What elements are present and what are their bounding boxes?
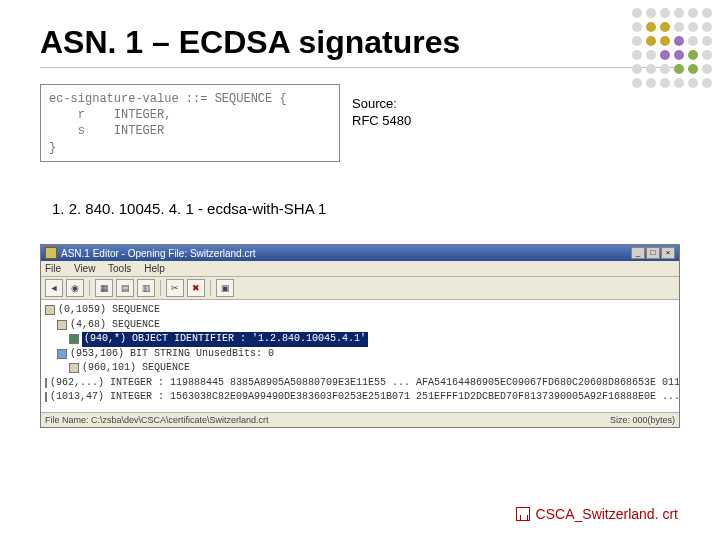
- menu-help[interactable]: Help: [144, 263, 165, 274]
- toolbar-button[interactable]: ✖: [187, 279, 205, 297]
- tree-row-selected[interactable]: (940,*) OBJECT IDENTIFIER : '1.2.840.100…: [45, 332, 675, 347]
- ornament-dot: [632, 36, 642, 46]
- source-value: RFC 5480: [352, 113, 411, 130]
- asn1-tree-view[interactable]: (0,1059) SEQUENCE (4,68) SEQUENCE (940,*…: [41, 300, 679, 412]
- ornament-dot: [674, 64, 684, 74]
- ornament-dot: [632, 64, 642, 74]
- tree-row[interactable]: (962,...) INTEGER : 119888445 8385A8905A…: [45, 376, 675, 391]
- footer-filename: CSCA_Switzerland. crt: [516, 506, 678, 522]
- tree-row[interactable]: (953,106) BIT STRING UnusedBits: 0: [45, 347, 675, 362]
- oid-icon: [69, 334, 79, 344]
- app-icon: [45, 247, 57, 259]
- asn-definition-box: ec-signature-value ::= SEQUENCE { r INTE…: [40, 84, 340, 162]
- ornament-dot: [674, 36, 684, 46]
- window-titlebar: ASN.1 Editor - Opening File: Switzerland…: [41, 245, 679, 261]
- ornament-dot: [632, 78, 642, 88]
- ornament-dot: [674, 78, 684, 88]
- sequence-icon: [45, 305, 55, 315]
- integer-icon: [45, 392, 47, 402]
- menu-bar: File View Tools Help: [41, 261, 679, 277]
- ornament-dot: [660, 50, 670, 60]
- tree-row[interactable]: (0,1059) SEQUENCE: [45, 303, 675, 318]
- menu-view[interactable]: View: [74, 263, 96, 274]
- toolbar-separator: [210, 280, 211, 296]
- ornament-dot: [632, 50, 642, 60]
- ornament-dot: [702, 36, 712, 46]
- ornament-dot: [674, 22, 684, 32]
- slide-title: ASN. 1 – ECDSA signatures: [40, 24, 460, 61]
- ornament-dot: [660, 78, 670, 88]
- tree-text: (1013,47) INTEGER : 1563038C82E09A99490D…: [50, 390, 679, 405]
- footer-text: CSCA_Switzerland. crt: [536, 506, 678, 522]
- source-citation: Source: RFC 5480: [352, 96, 411, 130]
- toolbar-separator: [89, 280, 90, 296]
- ornament-dot: [660, 8, 670, 18]
- tree-text: (962,...) INTEGER : 119888445 8385A8905A…: [50, 376, 679, 391]
- ornament-dot: [702, 8, 712, 18]
- ornament-dot: [632, 8, 642, 18]
- ornament-dot: [702, 78, 712, 88]
- menu-file[interactable]: File: [45, 263, 61, 274]
- dot-ornament: [632, 8, 712, 88]
- ornament-dot: [660, 22, 670, 32]
- window-controls: _ □ ×: [631, 247, 675, 259]
- integer-icon: [45, 378, 47, 388]
- ornament-dot: [702, 64, 712, 74]
- toolbar-button[interactable]: ◄: [45, 279, 63, 297]
- ornament-dot: [674, 50, 684, 60]
- tree-row[interactable]: (1013,47) INTEGER : 1563038C82E09A99490D…: [45, 390, 675, 405]
- ornament-dot: [646, 50, 656, 60]
- divider: [40, 67, 680, 68]
- window-title: ASN.1 Editor - Opening File: Switzerland…: [61, 248, 256, 259]
- status-filename: File Name: C:\zsba\dev\CSCA\certificate\…: [45, 415, 269, 425]
- tree-text: (4,68) SEQUENCE: [70, 318, 160, 333]
- bitstring-icon: [57, 349, 67, 359]
- sequence-icon: [69, 363, 79, 373]
- status-bar: File Name: C:\zsba\dev\CSCA\certificate\…: [41, 412, 679, 427]
- status-size: Size: 000(bytes): [610, 415, 675, 425]
- ornament-dot: [646, 64, 656, 74]
- tree-text: (0,1059) SEQUENCE: [58, 303, 160, 318]
- tree-text: (960,101) SEQUENCE: [82, 361, 190, 376]
- tree-oid-value: '1.2.840.10045.4.1': [252, 333, 366, 344]
- disk-icon: [516, 507, 530, 521]
- toolbar-button[interactable]: ▤: [116, 279, 134, 297]
- ornament-dot: [702, 50, 712, 60]
- toolbar-button[interactable]: ▥: [137, 279, 155, 297]
- source-label: Source:: [352, 96, 411, 113]
- ornament-dot: [702, 22, 712, 32]
- toolbar-button[interactable]: ▦: [95, 279, 113, 297]
- ornament-dot: [646, 36, 656, 46]
- ornament-dot: [688, 64, 698, 74]
- ornament-dot: [646, 8, 656, 18]
- toolbar-separator: [160, 280, 161, 296]
- ornament-dot: [632, 22, 642, 32]
- ornament-dot: [688, 36, 698, 46]
- toolbar-button[interactable]: ◉: [66, 279, 84, 297]
- ornament-dot: [674, 8, 684, 18]
- ornament-dot: [660, 64, 670, 74]
- ornament-dot: [688, 22, 698, 32]
- menu-tools[interactable]: Tools: [108, 263, 131, 274]
- toolbar-button[interactable]: ▣: [216, 279, 234, 297]
- ornament-dot: [688, 78, 698, 88]
- toolbar: ◄ ◉ ▦ ▤ ▥ ✂ ✖ ▣: [41, 277, 679, 300]
- tree-text: (940,*) OBJECT IDENTIFIER :: [84, 333, 252, 344]
- maximize-button[interactable]: □: [646, 247, 660, 259]
- oid-description: 1. 2. 840. 10045. 4. 1 - ecdsa-with-SHA …: [52, 200, 326, 217]
- asn1-editor-window: ASN.1 Editor - Opening File: Switzerland…: [40, 244, 680, 428]
- tree-row[interactable]: (960,101) SEQUENCE: [45, 361, 675, 376]
- ornament-dot: [646, 22, 656, 32]
- ornament-dot: [688, 50, 698, 60]
- toolbar-button[interactable]: ✂: [166, 279, 184, 297]
- ornament-dot: [646, 78, 656, 88]
- sequence-icon: [57, 320, 67, 330]
- tree-row[interactable]: (4,68) SEQUENCE: [45, 318, 675, 333]
- minimize-button[interactable]: _: [631, 247, 645, 259]
- ornament-dot: [688, 8, 698, 18]
- tree-text: (953,106) BIT STRING UnusedBits: 0: [70, 347, 274, 362]
- close-button[interactable]: ×: [661, 247, 675, 259]
- ornament-dot: [660, 36, 670, 46]
